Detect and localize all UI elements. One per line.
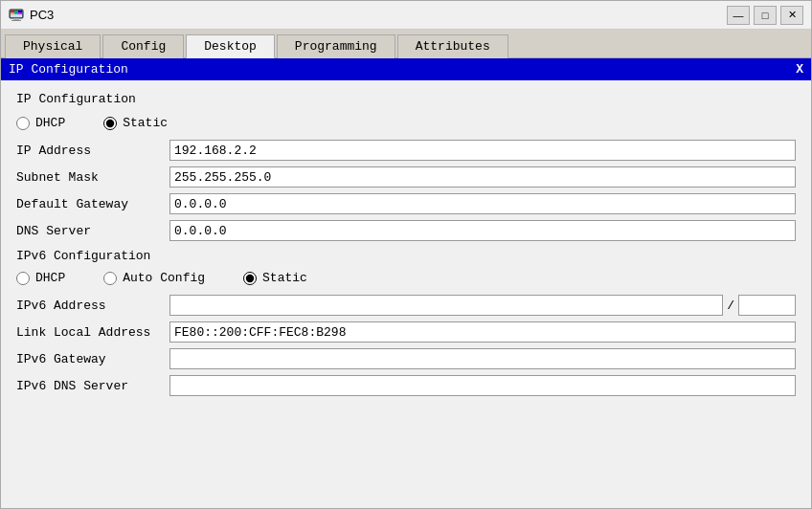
ipv6-dhcp-label: DHCP <box>35 271 65 285</box>
ipv6-section: IPv6 Configuration DHCP Auto Config Stat… <box>16 249 796 396</box>
minimize-button[interactable]: — <box>727 6 750 25</box>
maximize-button[interactable]: □ <box>754 6 777 25</box>
window-title: PC3 <box>30 8 54 22</box>
title-bar-buttons: — □ ✕ <box>727 6 803 25</box>
dhcp-label: DHCP <box>35 116 65 130</box>
ip-address-input[interactable] <box>169 140 796 161</box>
ipv6-slash: / <box>723 299 738 313</box>
ipv6-auto-label: Auto Config <box>123 271 205 285</box>
ip-config-header: IP Configuration X <box>1 58 811 80</box>
ipv6-section-title: IPv6 Configuration <box>16 249 796 263</box>
close-button[interactable]: ✕ <box>780 6 803 25</box>
ipv6-dhcp-radio[interactable] <box>16 272 30 285</box>
svg-rect-6 <box>14 11 18 12</box>
svg-rect-9 <box>14 12 18 14</box>
ipv6-prefix-input[interactable] <box>738 295 796 316</box>
main-window: PC3 — □ ✕ Physical Config Desktop Progra… <box>0 0 812 509</box>
svg-rect-10 <box>18 12 22 14</box>
static-radio-label[interactable]: Static <box>103 116 168 130</box>
title-bar: PC3 — □ ✕ <box>1 1 811 30</box>
svg-rect-4 <box>11 20 21 21</box>
ip-config-body: IP Configuration DHCP Static IP Address <box>1 80 811 409</box>
tab-desktop[interactable]: Desktop <box>186 34 275 58</box>
svg-rect-8 <box>11 12 14 14</box>
ipv6-dns-row: IPv6 DNS Server <box>16 375 796 396</box>
default-gateway-input[interactable] <box>169 193 796 214</box>
tab-physical[interactable]: Physical <box>5 34 101 58</box>
default-gateway-row: Default Gateway <box>16 193 796 214</box>
ipv6-static-label: Static <box>262 271 307 285</box>
svg-rect-3 <box>13 18 19 20</box>
content-area: IP Configuration X IP Configuration DHCP… <box>1 58 811 508</box>
ipv6-dhcp-radio-label[interactable]: DHCP <box>16 271 65 285</box>
default-gateway-label: Default Gateway <box>16 197 169 211</box>
subnet-mask-row: Subnet Mask <box>16 166 796 188</box>
ipv6-address-input[interactable] <box>169 295 723 316</box>
svg-rect-7 <box>18 11 22 12</box>
dns-server-row: DNS Server <box>16 220 796 241</box>
ipv6-dns-label: IPv6 DNS Server <box>16 379 169 393</box>
ipv6-auto-radio-label[interactable]: Auto Config <box>103 271 205 285</box>
static-radio[interactable] <box>103 117 117 130</box>
ipv6-auto-radio[interactable] <box>103 272 117 285</box>
static-label: Static <box>123 116 168 130</box>
ipv6-gateway-input[interactable] <box>169 348 796 369</box>
ipv6-mode-row: DHCP Auto Config Static <box>16 271 796 285</box>
ipv6-static-radio-label[interactable]: Static <box>243 271 307 285</box>
ipv6-dns-input[interactable] <box>169 375 796 396</box>
dns-server-input[interactable] <box>169 220 796 241</box>
svg-rect-11 <box>11 14 22 17</box>
ipv6-address-label: IPv6 Address <box>16 299 169 313</box>
ipv6-gateway-label: IPv6 Gateway <box>16 352 169 366</box>
svg-rect-5 <box>11 11 14 12</box>
ipv6-static-radio[interactable] <box>243 272 257 285</box>
tabs-bar: Physical Config Desktop Programming Attr… <box>1 30 811 58</box>
ipv6-address-row: IPv6 Address / <box>16 295 796 316</box>
title-bar-left: PC3 <box>9 8 54 23</box>
tab-programming[interactable]: Programming <box>277 34 395 58</box>
link-local-input[interactable] <box>169 321 796 343</box>
dhcp-radio[interactable] <box>16 117 30 130</box>
ip-config-header-title: IP Configuration <box>9 62 128 77</box>
dns-server-label: DNS Server <box>16 224 169 238</box>
ip-config-close-button[interactable]: X <box>796 62 803 77</box>
dhcp-radio-label[interactable]: DHCP <box>16 116 65 130</box>
pc-icon <box>9 8 24 23</box>
ipv6-gateway-row: IPv6 Gateway <box>16 348 796 369</box>
ip-address-label: IP Address <box>16 144 169 158</box>
link-local-row: Link Local Address <box>16 321 796 343</box>
ip-address-row: IP Address <box>16 140 796 161</box>
link-local-label: Link Local Address <box>16 325 169 340</box>
tab-attributes[interactable]: Attributes <box>397 34 508 58</box>
subnet-mask-input[interactable] <box>169 166 796 188</box>
tab-config[interactable]: Config <box>102 34 184 58</box>
ip-mode-row: DHCP Static <box>16 116 796 130</box>
subnet-mask-label: Subnet Mask <box>16 170 169 185</box>
ip-config-title: IP Configuration <box>16 92 796 106</box>
